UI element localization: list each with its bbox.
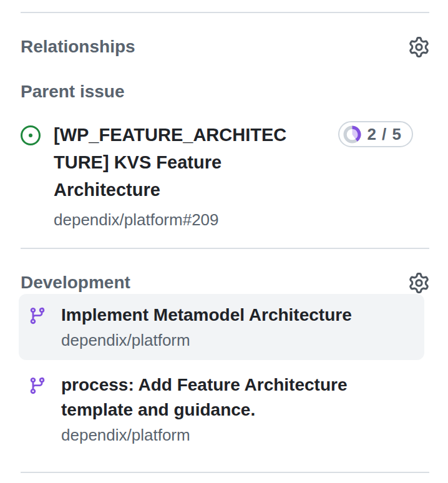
- development-header: Development: [21, 271, 429, 294]
- parent-issue-title[interactable]: [WP_FEATURE_ARCHITECTURE] KVS Feature Ar…: [54, 121, 297, 203]
- bottom-divider: [21, 472, 429, 473]
- progress-ring-icon: [343, 125, 361, 144]
- dev-link-title: Implement Metamodel Architecture: [61, 303, 352, 328]
- git-branch-icon: [28, 306, 47, 325]
- subissue-progress-pill: 2 / 5: [338, 121, 413, 147]
- issue-opened-icon: [21, 125, 41, 145]
- dev-link-title: process: Add Feature Architecture templa…: [61, 373, 398, 422]
- dev-link-repo: dependix/platform: [61, 328, 352, 353]
- gear-icon: [409, 273, 429, 293]
- git-branch-icon: [28, 376, 47, 395]
- progress-count: 2 / 5: [367, 125, 402, 144]
- parent-issue-text: [WP_FEATURE_ARCHITECTURE] KVS Feature Ar…: [54, 121, 297, 230]
- parent-issue-repo-ref: dependix/platform#209: [54, 209, 297, 230]
- dev-link-text: process: Add Feature Architecture templa…: [61, 373, 398, 447]
- dev-link-item[interactable]: Implement Metamodel Architecture dependi…: [19, 294, 424, 360]
- parent-issue-label: Parent issue: [21, 80, 429, 103]
- dev-link-text: Implement Metamodel Architecture dependi…: [61, 303, 352, 353]
- issue-sidebar: Relationships Parent issue [WP_FEATURE_A…: [0, 12, 448, 473]
- parent-issue-row[interactable]: [WP_FEATURE_ARCHITECTURE] KVS Feature Ar…: [21, 121, 429, 230]
- relationships-settings-button[interactable]: [408, 36, 429, 57]
- top-divider: [21, 12, 429, 13]
- relationships-title: Relationships: [21, 36, 135, 58]
- section-divider: [21, 248, 429, 249]
- dev-link-item[interactable]: process: Add Feature Architecture templa…: [19, 364, 424, 455]
- development-settings-button[interactable]: [408, 272, 429, 293]
- development-title: Development: [21, 271, 130, 294]
- dev-link-repo: dependix/platform: [61, 422, 398, 447]
- gear-icon: [409, 37, 429, 57]
- relationships-header: Relationships: [21, 36, 429, 58]
